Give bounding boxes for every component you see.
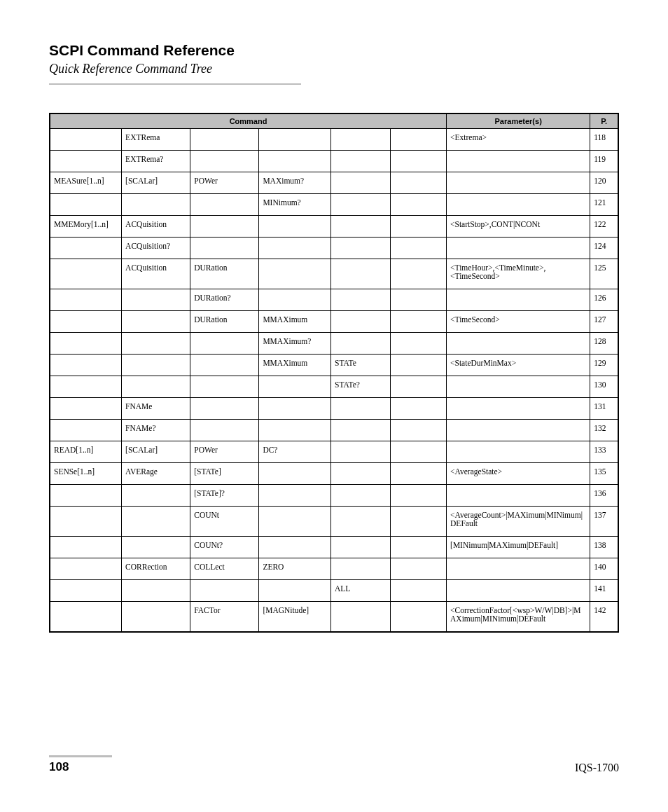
- command-cell: [SCALar]: [122, 441, 190, 463]
- parameter-cell: [447, 289, 590, 311]
- parameter-cell: [447, 238, 590, 259]
- command-cell: [390, 238, 446, 259]
- command-cell: [390, 602, 446, 633]
- table-row: MMAXimumSTATe<StateDurMinMax>129: [50, 355, 618, 376]
- command-cell: ACQuisition: [122, 216, 190, 238]
- table-row: MMEMory[1..n]ACQuisition<StartStop>,CONT…: [50, 216, 618, 238]
- page-cell: 119: [590, 151, 618, 172]
- parameter-cell: <StateDurMinMax>: [447, 355, 590, 376]
- command-table: Command Parameter(s) P. EXTRema<Extrema>…: [49, 113, 619, 633]
- command-cell: [190, 151, 259, 172]
- command-cell: [190, 376, 259, 398]
- command-cell: [331, 558, 391, 580]
- command-cell: MMAXimum?: [259, 333, 331, 355]
- command-cell: [122, 580, 190, 602]
- command-cell: [331, 172, 391, 194]
- table-row: COUNt<AverageCount>|MAXimum|MINimum|DEFa…: [50, 507, 618, 537]
- page-number: 108: [49, 760, 69, 774]
- command-cell: DURation?: [190, 289, 259, 311]
- command-cell: [390, 580, 446, 602]
- command-cell: [122, 537, 190, 558]
- page-cell: 125: [590, 259, 618, 289]
- table-row: STATe?130: [50, 376, 618, 398]
- page-cell: 129: [590, 355, 618, 376]
- command-cell: [390, 216, 446, 238]
- command-cell: [331, 441, 391, 463]
- command-cell: [390, 333, 446, 355]
- command-cell: [259, 376, 331, 398]
- page-cell: 120: [590, 172, 618, 194]
- command-cell: [190, 580, 259, 602]
- command-cell: FNAMe: [122, 398, 190, 420]
- command-cell: [STATe]: [190, 463, 259, 485]
- command-cell: [190, 216, 259, 238]
- page-cell: 122: [590, 216, 618, 238]
- command-cell: ACQuisition?: [122, 238, 190, 259]
- command-cell: [390, 558, 446, 580]
- table-row: ACQuisitionDURation<TimeHour>,<TimeMinut…: [50, 259, 618, 289]
- table-row: EXTRema<Extrema>118: [50, 129, 618, 151]
- table-row: FNAMe?132: [50, 420, 618, 441]
- parameter-cell: <TimeSecond>: [447, 311, 590, 333]
- page-title: SCPI Command Reference: [49, 42, 619, 59]
- command-cell: [390, 398, 446, 420]
- command-cell: [331, 537, 391, 558]
- command-cell: [390, 311, 446, 333]
- command-cell: [50, 602, 122, 633]
- page-cell: 133: [590, 441, 618, 463]
- command-cell: [259, 216, 331, 238]
- parameter-cell: <TimeHour>,<TimeMinute>,<TimeSecond>: [447, 259, 590, 289]
- table-row: COUNt?[MINimum|MAXimum|DEFault]138: [50, 537, 618, 558]
- table-head: Command Parameter(s) P.: [50, 113, 618, 129]
- table-row: MEASure[1..n][SCALar]POWerMAXimum?120: [50, 172, 618, 194]
- command-cell: ACQuisition: [122, 259, 190, 289]
- command-cell: MMAXimum: [259, 311, 331, 333]
- command-cell: [390, 485, 446, 507]
- parameter-cell: <Extrema>: [447, 129, 590, 151]
- parameter-cell: [447, 485, 590, 507]
- table-row: MINimum?121: [50, 194, 618, 216]
- page-cell: 141: [590, 580, 618, 602]
- command-cell: [259, 259, 331, 289]
- table-body: EXTRema<Extrema>118EXTRema?119MEASure[1.…: [50, 129, 618, 633]
- command-cell: READ[1..n]: [50, 441, 122, 463]
- command-cell: [122, 333, 190, 355]
- command-cell: POWer: [190, 172, 259, 194]
- page-cell: 124: [590, 238, 618, 259]
- page-cell: 121: [590, 194, 618, 216]
- command-cell: STATe?: [331, 376, 391, 398]
- footer-rule: [49, 755, 112, 757]
- table-row: DURationMMAXimum<TimeSecond>127: [50, 311, 618, 333]
- command-cell: [122, 311, 190, 333]
- command-cell: [331, 463, 391, 485]
- col-page: P.: [590, 113, 618, 129]
- parameter-cell: [447, 580, 590, 602]
- command-cell: [50, 333, 122, 355]
- command-cell: EXTRema?: [122, 151, 190, 172]
- command-cell: [50, 259, 122, 289]
- command-cell: MMEMory[1..n]: [50, 216, 122, 238]
- command-cell: [122, 485, 190, 507]
- command-cell: [50, 376, 122, 398]
- command-cell: [50, 507, 122, 537]
- command-cell: [122, 289, 190, 311]
- parameter-cell: <StartStop>,CONT|NCONt: [447, 216, 590, 238]
- page-cell: 130: [590, 376, 618, 398]
- parameter-cell: [447, 420, 590, 441]
- command-cell: [50, 311, 122, 333]
- command-cell: [259, 537, 331, 558]
- command-cell: ZERO: [259, 558, 331, 580]
- header-rule: [49, 83, 301, 85]
- command-cell: [122, 194, 190, 216]
- command-cell: AVERage: [122, 463, 190, 485]
- command-cell: FACTor: [190, 602, 259, 633]
- command-cell: [331, 420, 391, 441]
- parameter-cell: <AverageState>: [447, 463, 590, 485]
- command-cell: [259, 398, 331, 420]
- command-cell: DURation: [190, 311, 259, 333]
- parameter-cell: [447, 441, 590, 463]
- command-cell: EXTRema: [122, 129, 190, 151]
- command-cell: [390, 376, 446, 398]
- table-row: ALL141: [50, 580, 618, 602]
- command-cell: DC?: [259, 441, 331, 463]
